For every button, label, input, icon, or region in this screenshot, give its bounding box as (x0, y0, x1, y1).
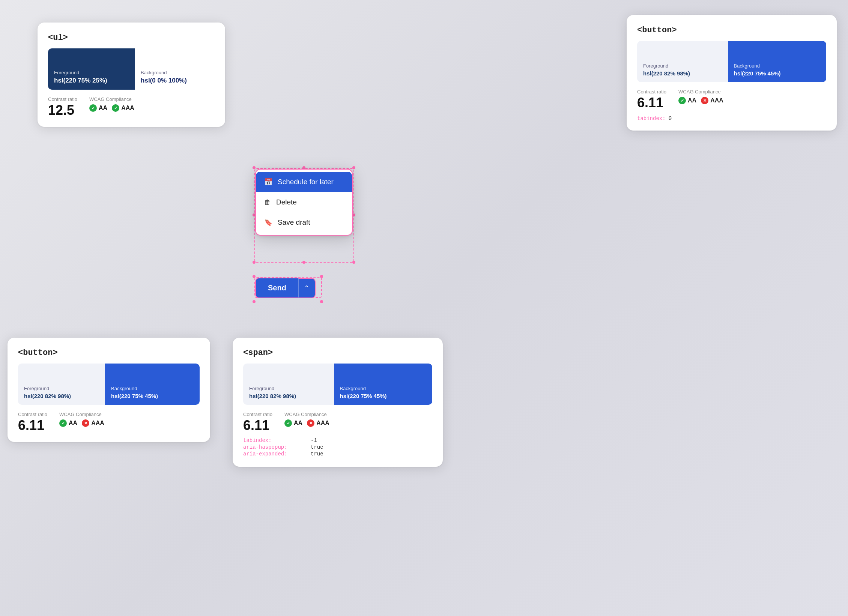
send-dot-4 (320, 300, 323, 303)
ul-contrast-label: Contrast ratio (48, 96, 77, 102)
span-aaa-badge: ✕ AAA (307, 419, 329, 427)
delete-label: Delete (276, 198, 297, 206)
span-fg-swatch: Foreground hsl(220 82% 98%) (243, 364, 334, 405)
span-fg-value: hsl(220 82% 98%) (249, 393, 328, 400)
sel-dot-4 (352, 261, 355, 264)
bookmark-icon: 🔖 (264, 218, 272, 227)
button-bottom-contrast-label: Contrast ratio (18, 412, 47, 417)
send-dot-1 (253, 275, 256, 278)
span-aa-badge: ✓ AA (284, 419, 302, 427)
ul-contrast-block: Contrast ratio 12.5 (48, 96, 77, 118)
button-top-wcag-block: WCAG Compliance ✓ AA ✕ AAA (678, 89, 723, 104)
chevron-button[interactable]: ⌃ (298, 278, 316, 298)
save-draft-item[interactable]: 🔖 Save draft (256, 212, 352, 233)
ul-metrics-row: Contrast ratio 12.5 WCAG Compliance ✓ AA… (48, 96, 215, 118)
schedule-later-label: Schedule for later (278, 178, 334, 186)
delete-item[interactable]: 🗑 Delete (256, 192, 352, 212)
button-bottom-contrast-value: 6.11 (18, 418, 47, 433)
ul-fg-swatch-label: Foreground (54, 70, 129, 75)
span-aaa-icon: ✕ (307, 419, 314, 427)
button-top-fg-swatch: Foreground hsl(220 82% 98%) (637, 41, 728, 82)
span-card: <span> Foreground hsl(220 82% 98%) Backg… (233, 338, 443, 467)
button-top-contrast-value: 6.11 (637, 95, 666, 110)
span-tabindex-value: -1 (311, 437, 317, 443)
span-contrast-block: Contrast ratio 6.11 (243, 412, 272, 433)
button-bottom-bg-swatch: Background hsl(220 75% 45%) (105, 364, 200, 405)
button-top-title: <button> (637, 26, 826, 35)
button-bottom-fg-value: hsl(220 82% 98%) (24, 393, 99, 400)
ul-color-swatches: Foreground hsl(220 75% 25%) Background h… (48, 48, 215, 90)
button-bottom-aaa-badge: ✕ AAA (82, 419, 104, 427)
ul-fg-swatch-value: hsl(220 75% 25%) (54, 77, 129, 84)
button-top-aa-icon: ✓ (678, 97, 686, 104)
button-top-aaa-label: AAA (710, 97, 723, 104)
ul-wcag-block: WCAG Compliance ✓ AA ✓ AAA (89, 96, 134, 112)
span-card-title: <span> (243, 348, 432, 358)
sel-dot-2 (352, 166, 355, 169)
ul-card-title: <ul> (48, 33, 215, 42)
button-top-aa-badge: ✓ AA (678, 97, 696, 104)
button-bottom-fg-label: Foreground (24, 386, 99, 391)
button-top-fg-value: hsl(220 82% 98%) (643, 70, 722, 77)
button-top-tabindex-label: tabindex: (637, 116, 666, 122)
button-top-bg-label: Background (734, 63, 820, 69)
button-top-fg-label: Foreground (643, 63, 722, 69)
schedule-later-item[interactable]: 📅 Schedule for later (256, 172, 352, 192)
send-dot-2 (320, 275, 323, 278)
ul-aaa-badge: ✓ AAA (112, 104, 134, 112)
ul-card: <ul> Foreground hsl(220 75% 25%) Backgro… (38, 23, 225, 127)
ul-wcag-badges: ✓ AA ✓ AAA (89, 104, 134, 112)
span-contrast-label: Contrast ratio (243, 412, 272, 417)
span-aria-expanded-label: aria-expanded: (243, 451, 311, 457)
button-bottom-swatches: Foreground hsl(220 82% 98%) Background h… (18, 364, 200, 405)
button-bottom-aa-label: AA (69, 420, 77, 427)
button-top-wcag-badges: ✓ AA ✕ AAA (678, 97, 723, 104)
button-top-wcag-label: WCAG Compliance (678, 89, 723, 95)
button-top-tabindex-row: tabindex: 0 (637, 116, 826, 122)
span-aaa-label: AAA (316, 420, 329, 427)
dropdown-menu: 📅 Schedule for later 🗑 Delete 🔖 Save dra… (255, 169, 353, 236)
ul-bg-swatch: Background hsl(0 0% 100%) (135, 48, 215, 90)
span-aria-expanded-value: true (311, 451, 323, 457)
sel-dot-8 (352, 213, 355, 216)
button-top-contrast-block: Contrast ratio 6.11 (637, 89, 666, 110)
send-button[interactable]: Send (255, 278, 298, 298)
sel-dot-1 (253, 166, 256, 169)
span-metrics: Contrast ratio 6.11 WCAG Compliance ✓ AA… (243, 412, 432, 433)
span-wcag-label: WCAG Compliance (284, 412, 329, 417)
chevron-up-icon: ⌃ (304, 284, 310, 292)
ul-bg-swatch-label: Background (141, 70, 209, 75)
span-aria-expanded-row: aria-expanded: true (243, 451, 432, 457)
ul-fg-swatch: Foreground hsl(220 75% 25%) (48, 48, 135, 90)
span-aria-haspopup-value: true (311, 444, 323, 450)
button-top-swatches: Foreground hsl(220 82% 98%) Background h… (637, 41, 826, 82)
button-bottom-aa-badge: ✓ AA (59, 419, 77, 427)
sel-dot-3 (253, 261, 256, 264)
button-bottom-title: <button> (18, 348, 200, 358)
button-bottom-metrics: Contrast ratio 6.11 WCAG Compliance ✓ AA… (18, 412, 200, 433)
ul-aa-badge: ✓ AA (89, 104, 107, 112)
button-bottom-fg-swatch: Foreground hsl(220 82% 98%) (18, 364, 105, 405)
calendar-icon: 📅 (264, 178, 272, 186)
ul-bg-swatch-value: hsl(0 0% 100%) (141, 77, 209, 84)
save-draft-label: Save draft (278, 218, 310, 227)
span-tabindex-row: tabindex: -1 (243, 437, 432, 443)
button-bottom-wcag-badges: ✓ AA ✕ AAA (59, 419, 104, 427)
button-top-bg-swatch: Background hsl(220 75% 45%) (728, 41, 826, 82)
button-top-tabindex-value: 0 (669, 116, 672, 122)
span-attr-table: tabindex: -1 aria-haspopup: true aria-ex… (243, 437, 432, 457)
button-top-card: <button> Foreground hsl(220 82% 98%) Bac… (627, 15, 837, 131)
span-aria-haspopup-label: aria-haspopup: (243, 444, 311, 450)
button-top-metrics: Contrast ratio 6.11 WCAG Compliance ✓ AA… (637, 89, 826, 110)
ul-wcag-label: WCAG Compliance (89, 96, 134, 102)
send-dot-3 (253, 300, 256, 303)
span-aria-haspopup-row: aria-haspopup: true (243, 444, 432, 450)
ul-aa-label: AA (99, 105, 107, 111)
button-bottom-aaa-label: AAA (91, 420, 104, 427)
span-bg-value: hsl(220 75% 45%) (340, 393, 426, 400)
span-bg-label: Background (340, 386, 426, 391)
button-bottom-contrast-block: Contrast ratio 6.11 (18, 412, 47, 433)
ul-aaa-icon: ✓ (112, 104, 119, 112)
span-aa-label: AA (294, 420, 302, 427)
ul-aaa-label: AAA (121, 105, 134, 111)
